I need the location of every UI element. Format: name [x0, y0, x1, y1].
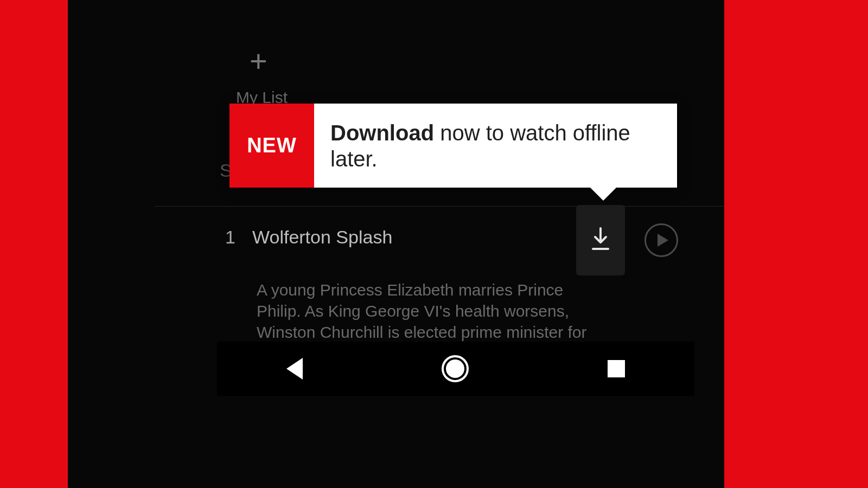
play-icon	[658, 234, 668, 247]
nav-back-icon[interactable]	[286, 358, 303, 380]
download-icon	[590, 227, 611, 253]
android-nav-bar	[217, 342, 694, 396]
nav-recent-icon[interactable]	[608, 360, 625, 377]
plus-icon: +	[250, 46, 288, 76]
tooltip-arrow	[590, 188, 616, 201]
nav-home-icon[interactable]	[442, 355, 469, 382]
download-tooltip: NEW Download now to watch offline later.	[229, 104, 677, 188]
tooltip-bold-word: Download	[330, 121, 434, 145]
divider	[155, 206, 724, 207]
play-button[interactable]	[644, 223, 678, 257]
my-list-button[interactable]: + My List	[236, 46, 288, 107]
tooltip-new-badge: NEW	[229, 104, 314, 188]
tooltip-message: Download now to watch offline later.	[314, 104, 677, 188]
app-frame: + My List S NEW Download now to watch of…	[68, 0, 724, 488]
episode-title: Wolferton Splash	[252, 227, 392, 248]
episode-number: 1	[225, 227, 252, 248]
download-button[interactable]	[576, 205, 625, 275]
